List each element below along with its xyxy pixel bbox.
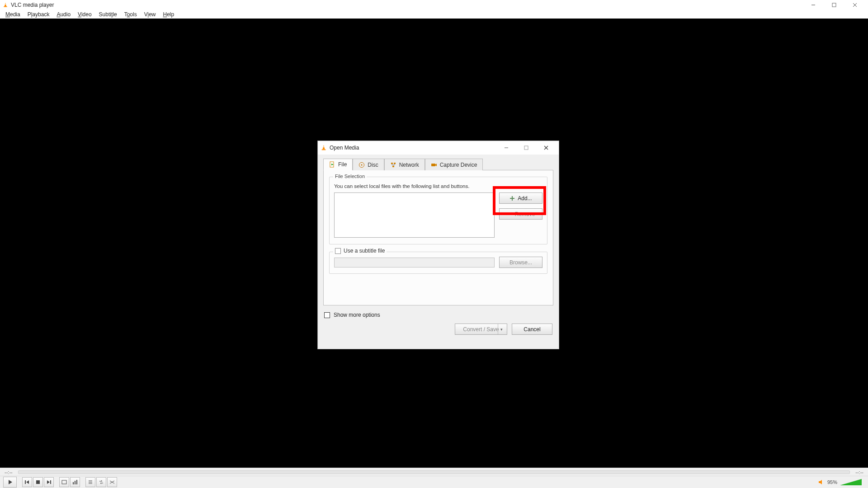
dialog-minimize-button[interactable] bbox=[496, 141, 516, 154]
menu-playback[interactable]: Playback bbox=[24, 10, 53, 19]
svg-rect-22 bbox=[322, 150, 326, 150]
speaker-icon[interactable] bbox=[818, 479, 825, 485]
main-window-title: VLC media player bbox=[11, 2, 54, 8]
shuffle-icon bbox=[109, 479, 115, 485]
file-selection-legend: File Selection bbox=[333, 174, 367, 179]
svg-marker-20 bbox=[819, 480, 822, 484]
menu-media[interactable]: Media bbox=[2, 10, 24, 19]
tab-file-label: File bbox=[338, 161, 347, 168]
seek-bar-row: --:-- --:-- bbox=[0, 468, 868, 476]
cancel-label: Cancel bbox=[524, 326, 540, 333]
skip-previous-icon bbox=[24, 479, 30, 485]
svg-rect-35 bbox=[431, 164, 435, 166]
seek-slider[interactable] bbox=[18, 470, 850, 474]
dialog-titlebar[interactable]: Open Media bbox=[318, 141, 559, 155]
skip-next-icon bbox=[46, 479, 52, 485]
capture-device-icon bbox=[431, 162, 437, 168]
browse-subtitle-label: Browse... bbox=[509, 259, 532, 266]
playlist-icon bbox=[88, 479, 93, 485]
convert-save-label: Convert / Save bbox=[463, 326, 499, 333]
stop-icon bbox=[35, 479, 41, 485]
menu-subtitle[interactable]: Subtitle bbox=[95, 10, 121, 19]
file-icon bbox=[329, 161, 335, 168]
dialog-close-button[interactable] bbox=[536, 141, 556, 154]
menu-tools[interactable]: Tools bbox=[121, 10, 141, 19]
checkbox-icon bbox=[324, 312, 330, 318]
network-icon bbox=[390, 162, 396, 168]
dialog-footer: Convert / Save ▾ Cancel bbox=[323, 324, 553, 335]
fullscreen-icon bbox=[61, 479, 67, 485]
cancel-button[interactable]: Cancel bbox=[512, 324, 552, 335]
play-icon bbox=[7, 479, 13, 485]
playlist-button[interactable] bbox=[85, 477, 95, 487]
remove-file-button[interactable]: Remove bbox=[499, 208, 542, 220]
svg-marker-7 bbox=[9, 480, 12, 484]
equalizer-icon bbox=[72, 479, 78, 485]
menu-video[interactable]: Video bbox=[74, 10, 95, 19]
dialog-maximize-button[interactable] bbox=[516, 141, 536, 154]
transport-controls: 95% bbox=[0, 476, 868, 488]
next-button[interactable] bbox=[44, 477, 54, 487]
tab-network-label: Network bbox=[399, 162, 419, 168]
volume-slider[interactable] bbox=[840, 479, 862, 485]
dropdown-caret-icon[interactable]: ▾ bbox=[498, 324, 505, 334]
vlc-cone-icon bbox=[321, 145, 327, 151]
svg-rect-10 bbox=[36, 480, 40, 484]
dialog-tabs: File Disc Network Capture Device bbox=[323, 158, 553, 170]
svg-rect-14 bbox=[73, 482, 74, 484]
add-file-button[interactable]: Add... bbox=[499, 192, 542, 204]
disc-icon bbox=[359, 162, 365, 168]
svg-marker-9 bbox=[26, 480, 29, 484]
svg-rect-39 bbox=[507, 214, 512, 215]
play-button[interactable] bbox=[3, 477, 17, 488]
tab-disc[interactable]: Disc bbox=[353, 159, 384, 170]
browse-subtitle-button[interactable]: Browse... bbox=[499, 257, 542, 268]
file-selection-group: File Selection You can select local file… bbox=[329, 177, 547, 244]
tab-disc-label: Disc bbox=[368, 162, 378, 168]
svg-rect-2 bbox=[5, 4, 6, 5]
volume-area: 95% bbox=[818, 479, 865, 485]
extended-settings-button[interactable] bbox=[70, 477, 80, 487]
svg-marker-36 bbox=[435, 164, 437, 166]
use-subtitle-checkbox[interactable]: Use a subtitle file bbox=[333, 248, 387, 254]
tab-capture-label: Capture Device bbox=[440, 162, 477, 168]
convert-save-button[interactable]: Convert / Save ▾ bbox=[455, 324, 507, 335]
svg-rect-25 bbox=[524, 146, 528, 150]
tab-network[interactable]: Network bbox=[384, 159, 425, 170]
svg-rect-23 bbox=[323, 146, 324, 147]
svg-rect-4 bbox=[832, 3, 836, 7]
svg-rect-13 bbox=[62, 480, 66, 484]
fullscreen-button[interactable] bbox=[59, 477, 69, 487]
main-close-button[interactable] bbox=[844, 0, 865, 10]
previous-button[interactable] bbox=[22, 477, 32, 487]
dialog-body: File Disc Network Capture Device File Se… bbox=[318, 155, 559, 340]
remove-file-label: Remove bbox=[515, 211, 535, 217]
stop-button[interactable] bbox=[33, 477, 43, 487]
file-list[interactable] bbox=[334, 192, 495, 238]
svg-rect-32 bbox=[391, 163, 393, 164]
subtitle-group: Use a subtitle file Browse... bbox=[329, 252, 547, 274]
tab-file[interactable]: File bbox=[323, 159, 353, 170]
svg-rect-15 bbox=[75, 481, 75, 484]
main-minimize-button[interactable] bbox=[803, 0, 824, 10]
svg-marker-11 bbox=[47, 480, 50, 484]
tab-file-panel: File Selection You can select local file… bbox=[323, 170, 553, 305]
volume-percent: 95% bbox=[827, 479, 837, 485]
menu-view[interactable]: View bbox=[141, 10, 160, 19]
tab-capture[interactable]: Capture Device bbox=[425, 159, 483, 170]
menu-audio[interactable]: Audio bbox=[53, 10, 74, 19]
loop-button[interactable] bbox=[96, 477, 106, 487]
open-media-dialog: Open Media File Disc Network bbox=[317, 141, 559, 349]
subtitle-path-field bbox=[334, 258, 495, 267]
main-titlebar: VLC media player bbox=[0, 0, 868, 10]
svg-rect-12 bbox=[50, 480, 51, 484]
file-selection-hint: You can select local files with the foll… bbox=[334, 183, 542, 189]
svg-rect-33 bbox=[394, 163, 396, 164]
main-maximize-button[interactable] bbox=[824, 0, 844, 10]
show-more-options-checkbox[interactable]: Show more options bbox=[324, 312, 552, 318]
checkbox-icon bbox=[335, 248, 341, 254]
add-file-label: Add... bbox=[518, 195, 532, 202]
random-button[interactable] bbox=[107, 477, 117, 487]
menu-help[interactable]: Help bbox=[159, 10, 178, 19]
time-total: --:-- bbox=[855, 469, 863, 475]
